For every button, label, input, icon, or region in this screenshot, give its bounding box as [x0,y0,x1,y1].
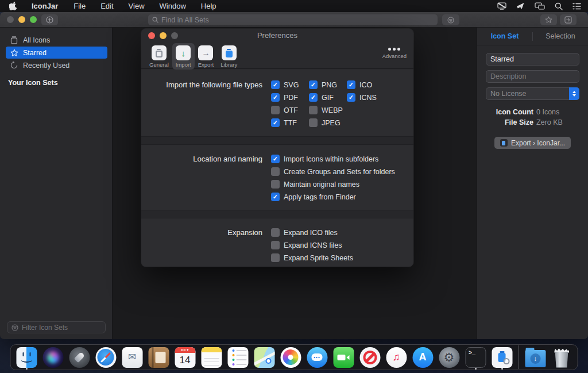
dock-calendar[interactable]: OCT 14 [173,345,197,369]
checkbox-expand-icns[interactable]: Expand ICNS files [271,241,353,249]
tab-selection[interactable]: Selection [533,32,588,40]
checkbox-import-subfolders[interactable]: Import Icons within subfolders [271,155,395,163]
sidebar-item-starred[interactable]: Starred [6,47,107,59]
dock-launchpad[interactable] [68,345,91,369]
share-toolbar-button[interactable] [560,14,577,25]
menu-view[interactable]: View [121,2,152,10]
running-indicator [501,368,503,370]
checkbox-ico[interactable]: ICO [347,80,385,89]
search-input[interactable] [161,16,434,24]
checkbox-expand-ico[interactable]: Expand ICO files [271,228,353,237]
checkbox-gif[interactable]: GIF [309,93,347,102]
dock-downloads[interactable]: ↓ [524,345,547,369]
checkbox-apply-tags[interactable]: Apply tags from Finder [271,193,395,201]
checkbox-pdf[interactable]: PDF [271,93,309,102]
menu-app-name[interactable]: IconJar [24,2,66,10]
checkbox-create-groups[interactable]: Create Groups and Sets for folders [271,167,395,176]
dock-mail[interactable]: ✉ [121,345,144,369]
checkbox-png[interactable]: PNG [309,80,347,89]
checkbox-icns[interactable]: ICNS [347,93,385,102]
dock-maps[interactable] [253,345,276,369]
iconjar-mini-icon [500,139,508,147]
file-size-value: Zero KB [536,117,579,128]
menu-edit[interactable]: Edit [93,2,121,10]
zoom-button[interactable] [30,16,37,23]
export-iconjar-button[interactable]: Export › IconJar... [494,137,571,149]
dock-trash[interactable] [550,345,574,369]
prefs-zoom-button[interactable] [171,32,178,39]
prefs-close-button[interactable] [148,32,155,39]
prefs-minimize-button[interactable] [160,32,167,39]
dock-app-store[interactable]: A [411,345,435,369]
menu-help[interactable]: Help [194,2,224,10]
location-label: Location and naming [141,155,271,201]
music-icon: ♫ [386,347,407,368]
minimize-button[interactable] [18,16,25,23]
app-store-icon: A [412,347,433,368]
terminal-icon: >_ [465,347,486,368]
inspector-panel: Icon Set Selection No License Icon Count… [477,28,588,339]
trash-icon [553,347,570,368]
jar-icon [10,36,18,44]
search-icon [152,17,158,23]
filter-icon-sets-field[interactable] [7,321,106,333]
icon-count-label: Icon Count [486,107,536,117]
dock-iconjar[interactable] [490,345,514,369]
file-types-section: Import the following file types SVG PDF … [141,70,413,136]
prefs-tab-general[interactable]: General [146,43,172,70]
menu-file[interactable]: File [66,2,93,10]
finder-icon [16,347,37,368]
dock-system-preferences[interactable]: ⚙ [438,345,461,369]
checkbox-otf[interactable]: OTF [271,106,309,114]
dock-contacts[interactable] [147,345,171,369]
cursor-status-icon[interactable] [516,2,525,10]
checkbox-maintain-names[interactable]: Maintain original names [271,180,395,189]
icon-count-row: Icon Count 0 Icons [486,107,579,117]
view-options-button[interactable] [442,14,459,25]
dock-reminders[interactable] [226,345,250,369]
prefs-tab-export[interactable]: → Export [195,43,217,70]
sidebar-item-recently-used[interactable]: Recently Used [6,59,107,71]
dock-siri[interactable] [41,345,65,369]
dock-safari[interactable] [94,345,118,369]
spotlight-icon[interactable] [555,2,563,10]
dock-photos[interactable] [279,345,303,369]
running-indicator [475,368,477,370]
star-toolbar-button[interactable] [540,14,557,25]
checkbox-svg[interactable]: SVG [271,80,309,89]
checkbox-jpeg[interactable]: JPEG [309,118,347,127]
dock-facetime[interactable] [332,345,355,369]
safari-icon [95,347,116,368]
license-select[interactable]: No License [486,87,579,100]
dock-terminal[interactable]: >_ [464,345,488,369]
prefs-tab-import[interactable]: ↓ Import [172,43,195,70]
sidebar-item-label: Recently Used [23,61,69,70]
system-preferences-icon: ⚙ [439,347,459,368]
screen-mirroring-status-icon[interactable] [535,2,545,10]
dock-messages[interactable]: ••• [305,345,329,369]
display-status-icon[interactable] [497,2,506,10]
add-set-button[interactable] [41,14,58,25]
menu-window[interactable]: Window [152,2,194,10]
checkbox-ttf[interactable]: TTF [271,118,309,127]
star-icon [10,49,18,57]
tab-icon-set[interactable]: Icon Set [477,32,532,40]
apple-menu-icon[interactable] [7,2,24,10]
prefs-tab-library[interactable]: Library [217,43,241,70]
license-value: No License [486,88,579,99]
checkbox-expand-sprites[interactable]: Expand Sprite Sheets [271,253,353,262]
list-status-icon[interactable] [572,3,581,10]
sidebar-item-all-icons[interactable]: All Icons [6,34,107,46]
close-button[interactable] [7,16,14,23]
prefs-tab-advanced[interactable]: Advanced [382,43,407,59]
dock-music[interactable]: ♫ [385,345,408,369]
set-name-field[interactable] [486,53,579,66]
search-field[interactable] [148,14,438,25]
dock-news[interactable] [358,345,382,369]
description-field[interactable] [486,70,579,83]
dock-notes[interactable] [200,345,223,369]
filter-input[interactable] [22,324,111,332]
dock-finder[interactable] [15,345,38,369]
sidebar-item-label: Starred [23,49,47,57]
checkbox-webp[interactable]: WEBP [309,106,347,114]
